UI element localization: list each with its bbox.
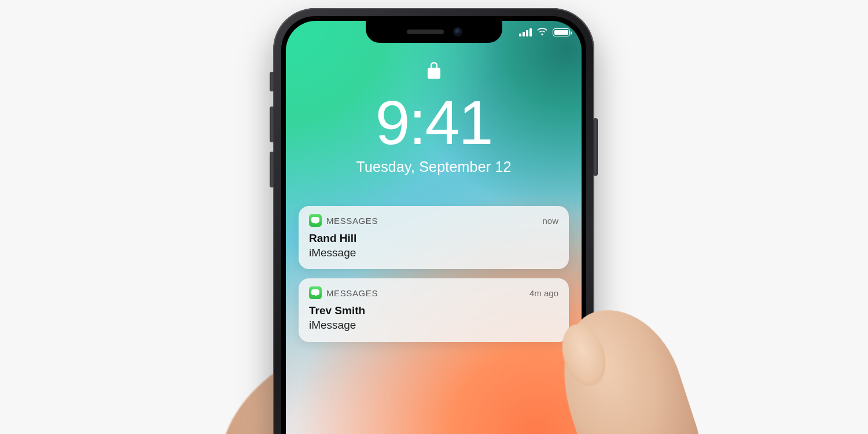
volume-up-button [270, 106, 274, 142]
front-camera [454, 28, 461, 35]
notification-sender: Rand Hill [309, 231, 558, 246]
notification-time: 4m ago [529, 288, 558, 298]
wifi-icon [536, 28, 548, 36]
lock-icon [426, 60, 442, 82]
phone-bezel: 9:41 Tuesday, September 12 MESSAGES now … [281, 16, 586, 434]
notification-app-name: MESSAGES [326, 288, 525, 298]
lock-screen[interactable]: 9:41 Tuesday, September 12 MESSAGES now … [286, 21, 582, 434]
lock-header: 9:41 Tuesday, September 12 [286, 60, 582, 175]
cellular-signal-icon [519, 28, 532, 36]
notification-subtext: iMessage [309, 246, 558, 260]
messages-app-icon [309, 286, 322, 299]
notification-sender: Trev Smith [309, 304, 558, 318]
status-bar [519, 28, 570, 36]
display-notch [366, 21, 502, 43]
phone-frame: 9:41 Tuesday, September 12 MESSAGES now … [273, 8, 594, 434]
clock-time: 9:41 [286, 91, 582, 154]
battery-full-icon [553, 28, 570, 36]
side-button [593, 118, 598, 176]
lock-date: Tuesday, September 12 [286, 159, 582, 175]
notification-card[interactable]: MESSAGES 4m ago Trev Smith iMessage [299, 278, 569, 341]
notification-subtext: iMessage [309, 318, 558, 333]
volume-down-button [270, 152, 274, 187]
messages-app-icon [309, 214, 322, 227]
notification-card[interactable]: MESSAGES now Rand Hill iMessage [299, 206, 569, 269]
earpiece-speaker [407, 30, 444, 34]
notification-time: now [542, 216, 558, 226]
notification-app-name: MESSAGES [326, 216, 538, 226]
notification-list: MESSAGES now Rand Hill iMessage MESSAGES… [299, 206, 569, 342]
mute-switch [270, 72, 274, 91]
